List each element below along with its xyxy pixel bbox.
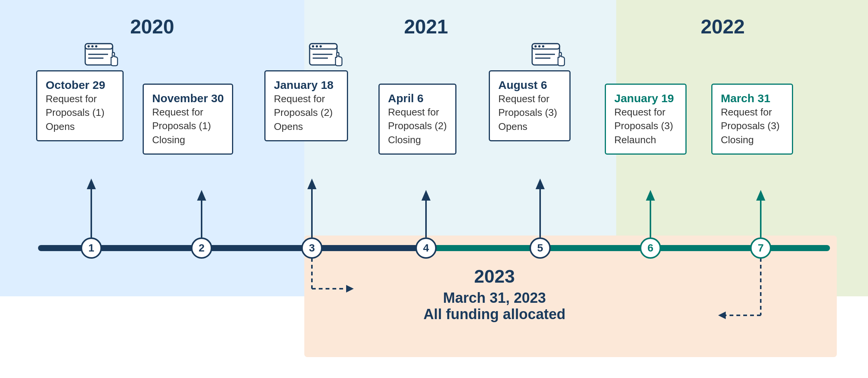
event-2-desc: Request forProposals (1)Closing	[152, 106, 211, 146]
event-4-desc: Request forProposals (2)Closing	[388, 106, 447, 146]
browser-icon-5	[531, 43, 566, 72]
svg-point-39	[538, 45, 541, 47]
section-2023: 2023 March 31, 2023 All funding allocate…	[380, 266, 609, 323]
svg-point-30	[312, 45, 314, 47]
event-box-6: January 19 Request forProposals (3)Relau…	[605, 84, 687, 155]
svg-point-23	[91, 45, 94, 47]
circle-3: 3	[301, 237, 323, 259]
event-box-3: January 18 Request forProposals (2)Opens	[264, 70, 348, 141]
svg-point-24	[95, 45, 97, 47]
event-7-date: March 31	[721, 92, 784, 105]
event-6-desc: Request forProposals (3)Relaunch	[614, 106, 673, 146]
svg-point-38	[534, 45, 537, 47]
svg-marker-1	[87, 179, 96, 189]
svg-marker-11	[646, 190, 655, 201]
circle-5: 5	[529, 237, 551, 259]
svg-marker-13	[756, 190, 765, 201]
event-5-date: August 6	[498, 78, 561, 92]
svg-marker-9	[536, 179, 545, 189]
event-box-1: October 29 Request forProposals (1)Opens	[36, 70, 124, 141]
circle-6: 6	[640, 237, 661, 259]
date-2023: March 31, 2023	[380, 290, 609, 306]
svg-point-40	[542, 45, 544, 47]
circle-7: 7	[750, 237, 771, 259]
timeline-container: 2020 2021 2022 1 2 3 4 5 6 7	[0, 0, 868, 378]
event-3-date: January 18	[274, 78, 339, 92]
browser-icon-1	[84, 43, 119, 72]
svg-point-31	[316, 45, 318, 47]
event-1-desc: Request forProposals (1)Opens	[46, 93, 105, 132]
year-2023-label: 2023	[380, 266, 609, 287]
event-1-date: October 29	[46, 78, 114, 92]
event-7-desc: Request forProposals (3)Closing	[721, 106, 780, 146]
event-5-desc: Request forProposals (3)Opens	[498, 93, 557, 132]
event-4-date: April 6	[388, 92, 447, 105]
browser-icon-3	[309, 43, 343, 72]
subtitle-2023: All funding allocated	[380, 306, 609, 323]
event-2-date: November 30	[152, 92, 224, 105]
svg-marker-16	[346, 285, 354, 293]
svg-marker-3	[197, 190, 206, 201]
event-box-4: April 6 Request forProposals (2)Closing	[378, 84, 456, 155]
event-box-2: November 30 Request forProposals (1)Clos…	[143, 84, 233, 155]
event-3-desc: Request forProposals (2)Opens	[274, 93, 333, 132]
svg-marker-19	[718, 312, 726, 319]
event-box-7: March 31 Request forProposals (3)Closing	[711, 84, 793, 155]
svg-point-32	[320, 45, 322, 47]
circle-2: 2	[191, 237, 212, 259]
event-box-5: August 6 Request forProposals (3)Opens	[489, 70, 571, 141]
circle-1: 1	[81, 237, 102, 259]
circle-4: 4	[415, 237, 437, 259]
svg-marker-5	[307, 179, 316, 189]
svg-marker-7	[421, 190, 431, 201]
event-6-date: January 19	[614, 92, 677, 105]
svg-point-22	[87, 45, 90, 47]
